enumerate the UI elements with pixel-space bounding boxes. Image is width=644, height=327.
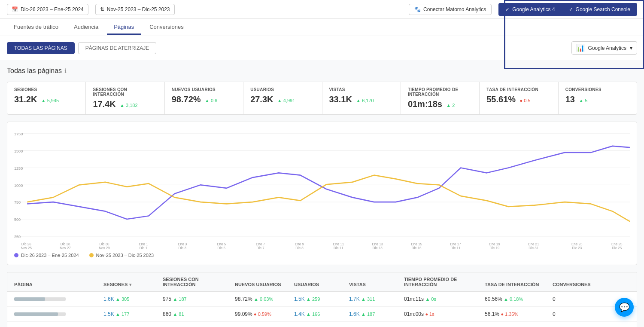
sort-icon: ▾ <box>129 282 131 287</box>
svg-text:1500: 1500 <box>14 149 23 153</box>
legend-compare: Nov-25 2023 – Dic-25 2023 <box>89 253 154 258</box>
legend-dot-current <box>14 253 18 257</box>
nav-item-paginas[interactable]: Páginas <box>107 20 141 35</box>
page-bar-0 <box>14 297 66 301</box>
chat-icon: 💬 <box>619 302 630 312</box>
svg-text:Dic 7: Dic 7 <box>256 246 264 249</box>
svg-text:Dic 3: Dic 3 <box>179 246 187 249</box>
svg-text:Dic 31: Dic 31 <box>529 246 538 249</box>
cell-sesiones-0: 1.6K ▲ 305 <box>103 296 159 302</box>
check-icon-ga4: ✓ <box>505 6 510 12</box>
table-row: 1.5K ▲ 177 860 ▲ 81 99.09% ● 0.59% 1.4K … <box>7 307 637 322</box>
gsc-button[interactable]: ✓ Google Search Console <box>562 3 637 16</box>
svg-text:250: 250 <box>14 234 21 239</box>
compare-icon: ⇅ <box>100 6 104 12</box>
metric-sesiones-interaccion: SESIONES CON INTERACCIÓN 17.4K ▲ 3,182 <box>86 82 164 114</box>
nav-item-audiencia[interactable]: Audiencia <box>67 20 105 35</box>
cell-sesiones-1: 1.5K ▲ 177 <box>103 311 159 317</box>
all-pages-button[interactable]: TODAS LAS PÁGINAS <box>7 42 75 54</box>
cell-conv-1: 0 <box>553 311 604 317</box>
svg-text:Dic 5: Dic 5 <box>218 246 226 249</box>
cell-usuarios-1: 1.4K ▲ 166 <box>294 311 346 317</box>
cell-tiempo-1: 01m:00s ● 1s <box>404 311 481 317</box>
info-icon[interactable]: ℹ <box>64 67 67 74</box>
data-table: PÁGINA SESIONES ▾ SESIONES CON INTERACCI… <box>7 272 637 327</box>
cell-sesint-1: 860 ▲ 81 <box>163 311 231 317</box>
svg-text:Dic 11: Dic 11 <box>451 246 461 249</box>
cell-vistas-1: 1.6K ▲ 187 <box>349 311 401 317</box>
nav-item-conversiones[interactable]: Conversiones <box>143 20 191 35</box>
gsc-label: Google Search Console <box>576 6 630 12</box>
ga4-button[interactable]: ✓ Google Analytics 4 <box>498 3 562 16</box>
cell-usuarios-0: 1.5K ▲ 259 <box>294 296 346 302</box>
chevron-down-icon: ▾ <box>630 45 632 51</box>
date-range-button[interactable]: 📅 Dic-26 2023 – Ene-25 2024 <box>7 4 88 15</box>
chat-bubble[interactable]: 💬 <box>615 298 634 317</box>
nav-item-fuentes[interactable]: Fuentes de tráfico <box>7 20 65 35</box>
svg-text:Nov 27: Nov 27 <box>60 246 71 249</box>
main-content: Todas las páginas ℹ SESIONES 31.2K ▲ 5,9… <box>0 60 644 327</box>
svg-text:500: 500 <box>14 217 21 222</box>
cell-vistas-0: 1.7K ▲ 311 <box>349 296 401 302</box>
page-bar-fill-0 <box>14 297 45 301</box>
cell-nuevos-1: 99.09% ● 0.59% <box>235 311 291 317</box>
col-pagina: PÁGINA <box>14 282 100 287</box>
svg-text:Nov 25: Nov 25 <box>21 246 32 249</box>
cell-sesint-0: 975 ▲ 187 <box>163 296 231 302</box>
svg-text:750: 750 <box>14 200 21 205</box>
col-usuarios: USUARIOS <box>294 282 346 287</box>
svg-text:Dic 1: Dic 1 <box>140 246 148 249</box>
col-tiempo: TIEMPO PROMEDIO DE INTERACCIÓN <box>404 277 481 287</box>
table-header: PÁGINA SESIONES ▾ SESIONES CON INTERACCI… <box>7 272 637 292</box>
legend-current: Dic-26 2023 – Ene-25 2024 <box>14 253 79 258</box>
page-bar-1 <box>14 312 66 316</box>
top-bar: 📅 Dic-26 2023 – Ene-25 2024 ⇅ Nov-25 202… <box>0 0 644 19</box>
connect-matomo-button[interactable]: 🐾 Conectar Matomo Analytics <box>409 4 492 15</box>
col-tasa: TASA DE INTERACCIÓN <box>485 282 549 287</box>
page-cell-1 <box>14 312 100 316</box>
legend-label-current: Dic-26 2023 – Ene-25 2024 <box>21 253 79 258</box>
svg-text:Dic 23: Dic 23 <box>572 246 582 249</box>
metric-conversiones: CONVERSIONES 13 ▲ 5 <box>559 82 637 114</box>
svg-text:Dic 11: Dic 11 <box>334 246 343 249</box>
svg-text:Dic 19: Dic 19 <box>489 246 499 249</box>
svg-text:Nov 29: Nov 29 <box>99 246 110 249</box>
col-nuevos: NUEVOS USUARIOS <box>235 282 291 287</box>
col-sesiones[interactable]: SESIONES ▾ <box>103 282 159 287</box>
page-bar-container-0 <box>14 297 100 301</box>
section-title: Todas las páginas ℹ <box>7 67 637 75</box>
landing-pages-button[interactable]: PÁGINAS DE ATERRIZAJE <box>78 42 156 54</box>
date-range-label: Dic-26 2023 – Ene-25 2024 <box>21 6 84 12</box>
svg-text:Dic 25: Dic 25 <box>612 246 622 249</box>
chart-area: 1750 1500 1250 1000 750 500 250 Dic 26 N… <box>14 129 630 249</box>
legend-dot-compare <box>89 253 94 257</box>
matomo-icon: 🐾 <box>414 6 421 12</box>
page-bar-container-1 <box>14 312 100 316</box>
cell-tasa-1: 56.1% ● 1.35% <box>485 311 549 317</box>
table-row: 1.5K ▲ 686 903 ▲ 414 99.36% ▲ 0.41% 1.4K… <box>7 322 637 327</box>
svg-text:1750: 1750 <box>14 131 23 136</box>
compare-range-label: Nov-25 2023 – Dic-25 2023 <box>107 6 170 12</box>
metric-tasa: TASA DE INTERACCIÓN 55.61% ● 0.5 <box>480 82 558 114</box>
col-vistas: VISTAS <box>349 282 401 287</box>
compare-range-button[interactable]: ⇅ Nov-25 2023 – Dic-25 2023 <box>95 4 175 15</box>
sub-nav: TODAS LAS PÁGINAS PÁGINAS DE ATERRIZAJE … <box>0 36 644 60</box>
col-ses-interaccion: SESIONES CON INTERACCIÓN <box>163 277 231 287</box>
cell-conv-0: 0 <box>553 296 604 302</box>
svg-text:Dic 8: Dic 8 <box>295 246 304 249</box>
table-row: 1.6K ▲ 305 975 ▲ 187 98.72% ▲ 0.03% 1.5K… <box>7 292 637 307</box>
svg-text:1000: 1000 <box>14 183 23 187</box>
chart-container: 1750 1500 1250 1000 750 500 250 Dic 26 N… <box>7 122 637 265</box>
analytics-buttons: ✓ Google Analytics 4 ✓ Google Search Con… <box>498 3 637 16</box>
legend-label-compare: Nov-25 2023 – Dic-25 2023 <box>96 253 154 258</box>
ga-dropdown[interactable]: 📊 Google Analytics ▾ <box>571 41 637 55</box>
metrics-row: SESIONES 31.2K ▲ 5,945 SESIONES CON INTE… <box>7 82 637 115</box>
metric-sesiones: SESIONES 31.2K ▲ 5,945 <box>7 82 86 114</box>
ga4-label: Google Analytics 4 <box>512 6 555 12</box>
metric-vistas: VISTAS 33.1K ▲ 6,170 <box>322 82 401 114</box>
metric-nuevos-usuarios: NUEVOS USUARIOS 98.72% ▲ 0.6 <box>165 82 243 114</box>
check-icon-gsc: ✓ <box>569 6 573 12</box>
cell-tasa-0: 60.56% ▲ 0.18% <box>485 296 549 302</box>
svg-text:Dic 13: Dic 13 <box>373 246 383 249</box>
ga-dropdown-label: Google Analytics <box>588 45 626 51</box>
